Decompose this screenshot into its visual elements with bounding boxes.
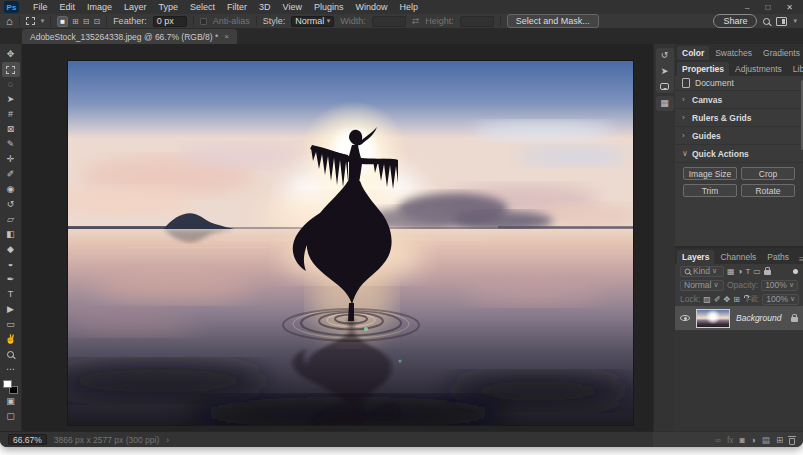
lock-position-icon[interactable]: ✥ [724, 295, 731, 304]
layer-effects-icon[interactable]: fx [727, 435, 734, 445]
color-swatches[interactable] [3, 380, 18, 394]
canvas-area[interactable] [22, 44, 653, 431]
gradient-tool[interactable]: ◧ [2, 227, 20, 242]
libraries-panel-icon[interactable]: ▦ [660, 99, 669, 108]
new-selection-icon[interactable]: ■ [57, 16, 68, 27]
layer-thumbnail[interactable] [696, 309, 730, 328]
add-to-selection-icon[interactable]: ⊞ [72, 17, 79, 26]
swap-dimensions-icon[interactable]: ⇄ [412, 16, 420, 26]
search-icon[interactable] [763, 18, 770, 25]
tab-properties[interactable]: Properties [677, 62, 729, 76]
clone-stamp-tool[interactable]: ◉ [2, 182, 20, 197]
new-layer-icon[interactable]: ⊞ [776, 435, 783, 445]
workspace-switcher-icon[interactable] [776, 17, 787, 26]
menu-filter[interactable]: Filter [221, 2, 253, 12]
dodge-tool[interactable]: ◒ [2, 257, 20, 272]
pen-tool[interactable]: ✒ [2, 272, 20, 287]
tab-color[interactable]: Color [677, 46, 709, 60]
panel-menu-icon[interactable]: ≡ [795, 254, 803, 264]
opacity-input[interactable]: 100% ∨ [761, 280, 798, 291]
tab-layers[interactable]: Layers [677, 250, 714, 264]
lock-pixels-icon[interactable]: ✐ [714, 295, 721, 304]
maximize-button[interactable]: □ [765, 3, 770, 12]
new-group-icon[interactable]: ▤ [762, 435, 770, 445]
zoom-level-field[interactable]: 66.67% [8, 434, 47, 445]
intersect-selection-icon[interactable]: ⊡ [93, 17, 100, 26]
lasso-tool[interactable]: ◌ [2, 77, 20, 92]
section-canvas[interactable]: › Canvas [675, 91, 803, 109]
close-button[interactable]: ✕ [786, 3, 793, 12]
image-size-button[interactable]: Image Size [683, 167, 737, 180]
width-input[interactable] [372, 16, 406, 27]
menu-help[interactable]: Help [394, 2, 425, 12]
menu-window[interactable]: Window [350, 2, 394, 12]
height-input[interactable] [460, 16, 494, 27]
eraser-tool[interactable]: ▱ [2, 212, 20, 227]
layer-row-background[interactable]: Background [675, 306, 803, 330]
document-tab[interactable]: AdobeStock_135264338.jpeg @ 66.7% (RGB/8… [22, 29, 237, 44]
add-layer-mask-icon[interactable]: ◙ [740, 435, 745, 445]
tab-adjustments[interactable]: Adjustments [730, 62, 787, 76]
menu-image[interactable]: Image [81, 2, 118, 12]
menu-layer[interactable]: Layer [118, 2, 153, 12]
blur-tool[interactable]: ◆ [2, 242, 20, 257]
section-rulers-grids[interactable]: › Rulers & Grids [675, 109, 803, 127]
filter-kind-dropdown[interactable]: Kind ∨ [680, 266, 724, 277]
path-selection-tool[interactable]: ▶ [2, 302, 20, 317]
menu-3d[interactable]: 3D [253, 2, 277, 12]
zoom-tool[interactable] [2, 347, 20, 362]
share-button[interactable]: Share [713, 14, 757, 28]
link-layers-icon[interactable]: ∞ [715, 435, 721, 445]
spot-healing-brush-tool[interactable]: ✛ [2, 152, 20, 167]
style-dropdown[interactable]: Normal ▾ [291, 16, 334, 27]
home-icon[interactable]: ⌂ [6, 16, 13, 26]
new-adjustment-layer-icon[interactable]: ◑ [751, 435, 756, 445]
subtract-from-selection-icon[interactable]: ⊟ [83, 17, 90, 26]
filter-type-layers-icon[interactable]: T [745, 267, 750, 276]
lock-artboard-icon[interactable]: ⊞ [733, 295, 740, 304]
crop-button[interactable]: Crop [741, 167, 795, 180]
antialias-checkbox[interactable] [200, 18, 207, 25]
type-tool[interactable]: T [2, 287, 20, 302]
tab-libraries[interactable]: Libraries [788, 62, 803, 76]
minimize-button[interactable]: – [745, 3, 749, 12]
edit-toolbar-button[interactable]: ⋯ [2, 362, 20, 377]
menu-type[interactable]: Type [153, 2, 185, 12]
workspace-caret-icon[interactable]: ▾ [793, 17, 797, 25]
send-panel-icon[interactable]: ➤ [661, 67, 669, 76]
shape-tool[interactable]: ▭ [2, 317, 20, 332]
fill-input[interactable]: 100% ∨ [762, 294, 799, 305]
filter-shape-layers-icon[interactable]: ▭ [753, 267, 761, 276]
crop-tool[interactable]: # [2, 107, 20, 122]
tab-paths[interactable]: Paths [762, 250, 794, 264]
tool-preset-caret-icon[interactable]: ▾ [41, 17, 45, 25]
feather-input[interactable]: 0 px [153, 16, 187, 27]
tab-gradients[interactable]: Gradients [758, 46, 803, 60]
status-chevron-icon[interactable]: › [166, 435, 169, 445]
filter-pixel-layers-icon[interactable]: ▦ [727, 267, 735, 276]
section-guides[interactable]: › Guides [675, 127, 803, 145]
screen-mode-button[interactable]: ▢ [2, 409, 20, 424]
filter-smart-objects-icon[interactable] [764, 270, 771, 275]
rotate-button[interactable]: Rotate [741, 184, 795, 197]
delete-layer-icon[interactable] [789, 438, 795, 445]
menu-file[interactable]: File [27, 2, 54, 12]
hand-tool[interactable]: ✌ [2, 332, 20, 347]
move-tool[interactable]: ✥ [2, 47, 20, 62]
filter-toggle-icon[interactable] [793, 269, 798, 274]
quick-mask-button[interactable]: ▣ [2, 394, 20, 409]
marquee-tool-icon[interactable] [26, 17, 35, 25]
foreground-color-swatch[interactable] [3, 380, 12, 388]
filter-adjustment-layers-icon[interactable]: ◑ [738, 267, 743, 276]
tab-channels[interactable]: Channels [715, 250, 761, 264]
menu-edit[interactable]: Edit [54, 2, 82, 12]
comments-panel-icon[interactable] [660, 83, 669, 90]
rectangular-marquee-tool[interactable] [2, 62, 20, 77]
blend-mode-dropdown[interactable]: Normal ∨ [680, 280, 724, 291]
document-image[interactable] [68, 61, 633, 425]
history-brush-tool[interactable]: ↺ [2, 197, 20, 212]
tab-swatches[interactable]: Swatches [710, 46, 757, 60]
menu-select[interactable]: Select [184, 2, 221, 12]
visibility-eye-icon[interactable] [680, 315, 690, 321]
section-quick-actions[interactable]: ∨ Quick Actions [675, 145, 803, 163]
